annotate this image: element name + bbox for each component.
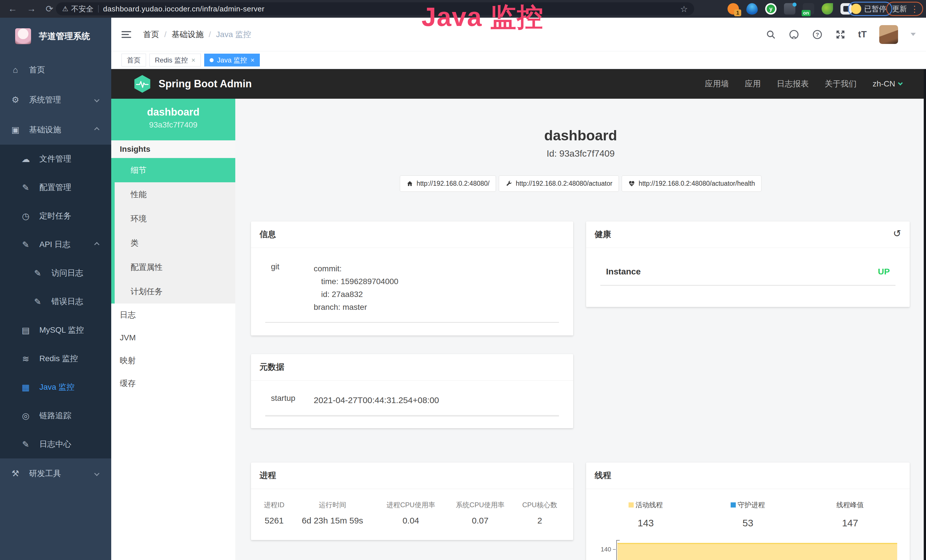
health-url-button[interactable]: http://192.168.0.2:48080/actuator/health	[622, 176, 761, 192]
avatar-caret-icon[interactable]	[911, 33, 916, 36]
sba-item-environment[interactable]: 环境	[115, 207, 235, 231]
sidebar-item-infrastructure[interactable]: ▣ 基础设施	[0, 115, 111, 145]
sba-nav-applications[interactable]: 应用	[745, 79, 761, 89]
sidebar-item-home[interactable]: ⌂ 首页	[0, 55, 111, 85]
extension-grid-icon[interactable]	[784, 3, 795, 15]
search-icon[interactable]	[766, 29, 776, 40]
chevron-down-icon	[898, 81, 903, 86]
history-icon[interactable]: ↺	[893, 228, 902, 239]
metadata-value: 2021-04-27T00:44:31.254+08:00	[314, 394, 439, 407]
extension-y-icon[interactable]: y	[765, 3, 776, 15]
info-card: 信息 git commit: time: 1596289704000 id: 2…	[251, 221, 573, 336]
status-badge: UP	[878, 267, 890, 277]
legend-daemon-swatch	[731, 502, 736, 507]
threads-chart: 140 120 100	[595, 538, 901, 560]
tab-java-monitor[interactable]: Java 监控 ×	[204, 54, 260, 67]
sba-item-metrics[interactable]: 性能	[115, 182, 235, 207]
sidebar-item-api-log[interactable]: ✎ API 日志	[0, 230, 111, 259]
not-secure-label[interactable]: 不安全	[71, 4, 94, 14]
hamburger-icon[interactable]	[121, 29, 131, 40]
threads-card-title: 线程	[586, 462, 910, 489]
reload-icon[interactable]: ⟳	[45, 3, 53, 14]
database-icon: ▤	[21, 325, 31, 335]
sidebar-item-file-mgmt[interactable]: ☁ 文件管理	[0, 145, 111, 173]
sba-item-mappings[interactable]: 映射	[111, 349, 235, 372]
font-size-icon[interactable]: tT	[858, 29, 867, 40]
sidebar-item-config-mgmt[interactable]: ✎ 配置管理	[0, 173, 111, 202]
browser-menu-icon[interactable]: ⋮	[910, 4, 919, 14]
sidebar-item-tracing[interactable]: ◎ 链路追踪	[0, 401, 111, 430]
browser-update-button[interactable]: 更新 ⋮	[886, 2, 923, 16]
row-divider	[600, 285, 896, 286]
sba-header: Spring Boot Admin 应用墙 应用 日志报表 关于我们 zh-CN	[111, 69, 926, 99]
extension-leaf-icon[interactable]	[822, 3, 833, 15]
process-table: 进程ID 运行时间 进程CPU使用率 系统CPU使用率 CPU核心数 5261 …	[260, 500, 565, 525]
sidebar-item-log-center[interactable]: ✎ 日志中心	[0, 430, 111, 459]
log-icon: ✎	[21, 439, 31, 449]
toolbox-icon: ⚒	[10, 468, 21, 478]
actuator-url-button[interactable]: http://192.168.0.2:48080/actuator	[499, 176, 619, 192]
window-right-edge	[924, 69, 926, 560]
extension-pin-icon[interactable]	[746, 3, 758, 15]
update-label: 更新	[892, 4, 907, 14]
process-cpu: 0.04	[376, 516, 445, 525]
help-icon[interactable]: ?	[812, 29, 823, 40]
sidebar-item-mysql-monitor[interactable]: ▤ MySQL 监控	[0, 316, 111, 344]
threads-stats: 活动线程 143 守护进程 53 线程峰值	[595, 500, 901, 529]
chevron-down-icon	[94, 97, 99, 102]
chevron-down-icon	[94, 471, 99, 476]
url-bar[interactable]: ⚠ 不安全 dashboard.yudao.iocoder.cn/infra/a…	[56, 2, 694, 15]
sba-item-caches[interactable]: 缓存	[111, 372, 235, 395]
user-avatar[interactable]	[879, 25, 898, 44]
sidebar-item-java-monitor[interactable]: ▦ Java 监控	[0, 373, 111, 401]
sba-nav-about[interactable]: 关于我们	[825, 79, 857, 89]
sidebar-item-redis-monitor[interactable]: ≋ Redis 监控	[0, 344, 111, 373]
sba-item-jvm[interactable]: JVM	[111, 326, 235, 349]
breadcrumb-home[interactable]: 首页	[143, 29, 159, 40]
sba-item-config-props[interactable]: 配置属性	[115, 255, 235, 279]
paused-label: 已暂停	[864, 4, 887, 14]
close-icon[interactable]: ×	[250, 56, 254, 64]
close-icon[interactable]: ×	[191, 56, 195, 64]
app-logo-row: 芋道管理系统	[0, 18, 111, 55]
github-icon[interactable]	[788, 29, 799, 40]
sba-item-classes[interactable]: 类	[115, 231, 235, 255]
sidebar-item-dev-tools[interactable]: ⚒ 研发工具	[0, 459, 111, 488]
sba-group-insights: Insights	[111, 140, 235, 158]
sidebar-item-system-mgmt[interactable]: ⚙ 系统管理	[0, 85, 111, 115]
sba-item-logs[interactable]: 日志	[111, 304, 235, 326]
row-divider	[265, 322, 559, 322]
sba-instance-id: 93a3fc7f7409	[111, 120, 235, 130]
heartbeat-icon	[628, 180, 635, 187]
url-text[interactable]: dashboard.yudao.iocoder.cn/infra/admin-s…	[103, 5, 265, 14]
home-icon	[406, 180, 413, 187]
sba-locale-select[interactable]: zh-CN	[873, 79, 902, 88]
back-icon[interactable]: ←	[8, 3, 17, 14]
tab-home[interactable]: 首页	[121, 54, 146, 67]
extension-colorzilla-icon[interactable]: 1	[728, 3, 739, 15]
instance-links: http://192.168.0.2:48080/ http://192.168…	[235, 176, 926, 192]
edit-icon: ✎	[21, 183, 31, 192]
info-key-git: git	[260, 262, 314, 313]
sidebar-item-error-log[interactable]: ✎ 错误日志	[0, 287, 111, 316]
extension-switch-icon[interactable]: on	[803, 3, 814, 15]
chevron-up-icon	[94, 242, 99, 247]
chevron-up-icon	[94, 127, 99, 132]
fullscreen-icon[interactable]	[835, 29, 846, 40]
sba-item-scheduled-tasks[interactable]: 计划任务	[115, 279, 235, 304]
sidebar-item-access-log[interactable]: ✎ 访问日志	[0, 259, 111, 287]
bookmark-star-icon[interactable]: ☆	[680, 4, 688, 14]
threads-card: 线程 活动线程 143	[586, 462, 910, 560]
sba-logo-icon	[133, 74, 152, 93]
breadcrumb-infrastructure[interactable]: 基础设施	[172, 29, 204, 40]
sidebar-item-scheduled-jobs[interactable]: ◷ 定时任务	[0, 202, 111, 230]
health-instance-row[interactable]: Instance UP	[595, 267, 901, 277]
sba-brand[interactable]: Spring Boot Admin	[133, 74, 252, 93]
sba-nav-wallboard[interactable]: 应用墙	[705, 79, 729, 89]
sba-item-details[interactable]: 细节	[115, 158, 235, 182]
profile-paused-badge[interactable]: 已暂停	[848, 2, 892, 16]
tab-redis-monitor[interactable]: Redis 监控 ×	[150, 54, 201, 67]
forward-icon[interactable]: →	[27, 3, 36, 14]
sba-nav-journal[interactable]: 日志报表	[777, 79, 809, 89]
service-url-button[interactable]: http://192.168.0.2:48080/	[400, 176, 496, 192]
